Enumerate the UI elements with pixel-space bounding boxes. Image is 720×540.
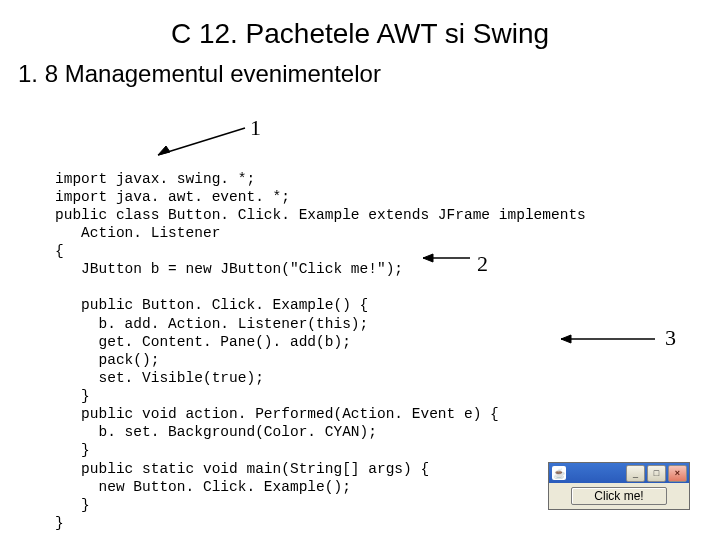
click-me-button[interactable]: Click me! — [571, 487, 666, 505]
close-button[interactable]: × — [668, 465, 687, 482]
svg-marker-1 — [158, 146, 170, 155]
arrow-1 — [150, 120, 250, 160]
svg-marker-3 — [423, 254, 433, 262]
page-title: C 12. Pachetele AWT si Swing — [0, 18, 720, 50]
arrow-2 — [415, 246, 475, 270]
svg-marker-5 — [561, 335, 571, 343]
maximize-button[interactable]: □ — [647, 465, 666, 482]
java-icon: ☕ — [552, 466, 566, 480]
window-body: Click me! — [549, 483, 689, 509]
annotation-3: 3 — [665, 325, 676, 351]
code-listing: import javax. swing. *; import java. awt… — [55, 170, 586, 533]
annotation-2: 2 — [477, 251, 488, 277]
annotation-1: 1 — [250, 115, 261, 141]
minimize-button[interactable]: _ — [626, 465, 645, 482]
svg-line-0 — [158, 128, 245, 155]
arrow-3 — [555, 330, 660, 348]
section-heading: 1. 8 Managementul evenimentelor — [18, 60, 720, 88]
window-titlebar: ☕ _ □ × — [549, 463, 689, 483]
app-window: ☕ _ □ × Click me! — [548, 462, 690, 510]
